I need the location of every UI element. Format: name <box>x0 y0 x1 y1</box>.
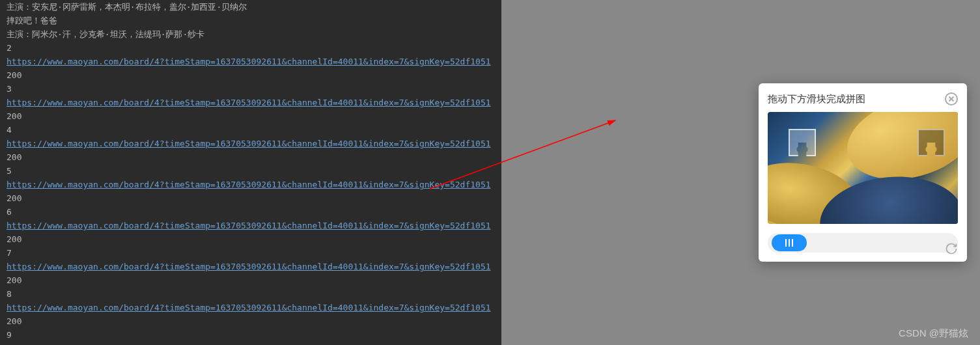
url-link[interactable]: https://www.maoyan.com/board/4?timeStamp… <box>7 57 491 66</box>
url-link[interactable]: https://www.maoyan.com/board/4?timeStamp… <box>7 180 491 189</box>
url-link[interactable]: https://www.maoyan.com/board/4?timeStamp… <box>7 221 491 230</box>
refresh-icon[interactable] <box>945 242 958 255</box>
captcha-title: 拖动下方滑块完成拼图 <box>768 93 865 105</box>
url-link[interactable]: https://www.maoyan.com/board/4?timeStamp… <box>7 139 491 148</box>
slider-handle[interactable] <box>772 234 807 251</box>
watermark: CSDN @野猫炫 <box>899 327 968 340</box>
url-link[interactable]: https://www.maoyan.com/board/4?timeStamp… <box>7 262 491 271</box>
captcha-dialog: 拖动下方滑块完成拼图 <box>759 83 967 262</box>
url-link[interactable]: https://www.maoyan.com/board/4?timeStamp… <box>7 98 491 107</box>
console-output: 主演：安东尼·冈萨雷斯，本杰明·布拉特，盖尔·加西亚·贝纳尔 摔跤吧！爸爸 主演… <box>0 0 501 345</box>
close-icon[interactable] <box>945 92 958 105</box>
captcha-image <box>768 112 958 224</box>
puzzle-piece-target <box>917 129 945 156</box>
slider-track[interactable] <box>768 233 958 253</box>
browser-pane: 拖动下方滑块完成拼图 <box>501 0 980 345</box>
url-link[interactable]: https://www.maoyan.com/board/4?timeStamp… <box>7 303 491 312</box>
puzzle-piece-slider[interactable] <box>789 129 816 156</box>
